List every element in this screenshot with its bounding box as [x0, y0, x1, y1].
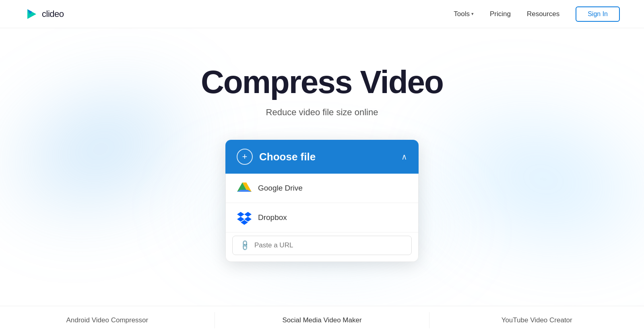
- nav-tools[interactable]: Tools ▾: [454, 10, 474, 18]
- chevron-down-icon: ▾: [471, 11, 474, 17]
- bottom-bar-social[interactable]: Social Media Video Maker: [215, 312, 430, 328]
- logo-icon: [24, 7, 39, 21]
- sign-in-button[interactable]: Sign In: [576, 6, 620, 22]
- logo-text: clideo: [42, 9, 64, 19]
- google-drive-label: Google Drive: [258, 184, 303, 193]
- nav-pricing[interactable]: Pricing: [490, 10, 511, 18]
- bottom-bar: Android Video Compressor Social Media Vi…: [0, 306, 644, 334]
- logo[interactable]: clideo: [24, 7, 64, 21]
- file-source-dropdown: Google Drive Dropbox 🔗: [225, 174, 419, 262]
- url-input[interactable]: [254, 241, 403, 249]
- upload-widget: + Choose file ∧ Google Drive: [225, 140, 419, 262]
- choose-file-left: + Choose file: [237, 149, 316, 165]
- google-drive-icon: [237, 181, 252, 195]
- dropbox-icon: [237, 210, 252, 225]
- page-title: Compress Video: [201, 64, 443, 100]
- main-nav: Tools ▾ Pricing Resources Sign In: [454, 6, 620, 22]
- header: clideo Tools ▾ Pricing Resources Sign In: [0, 0, 644, 28]
- google-drive-option[interactable]: Google Drive: [226, 174, 418, 203]
- choose-file-button[interactable]: + Choose file ∧: [225, 140, 419, 174]
- dropbox-option[interactable]: Dropbox: [226, 203, 418, 232]
- link-icon: 🔗: [239, 239, 251, 251]
- nav-resources[interactable]: Resources: [527, 10, 559, 18]
- bottom-bar-android[interactable]: Android Video Compressor: [0, 312, 215, 328]
- plus-circle-icon: +: [237, 149, 253, 165]
- choose-file-label: Choose file: [259, 151, 316, 163]
- hero-content: Compress Video Reduce video file size on…: [201, 28, 443, 262]
- dropbox-label: Dropbox: [258, 213, 287, 222]
- bottom-bar-youtube[interactable]: YouTube Video Creator: [429, 312, 644, 328]
- hero-subtitle: Reduce video file size online: [266, 107, 378, 118]
- hero-section: Compress Video Reduce video file size on…: [0, 28, 644, 334]
- chevron-up-icon: ∧: [401, 152, 407, 162]
- url-input-row[interactable]: 🔗: [232, 236, 412, 255]
